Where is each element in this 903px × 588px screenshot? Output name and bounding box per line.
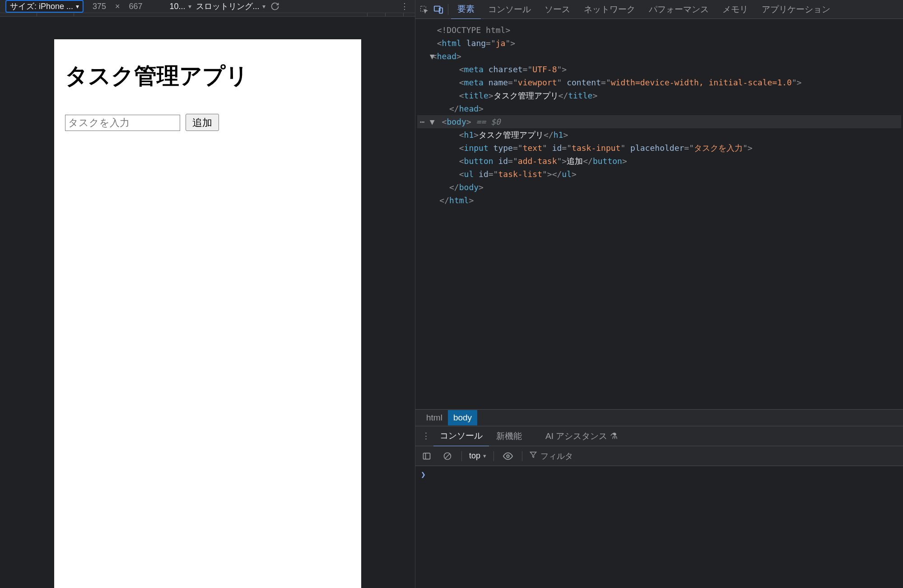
drawer-tabs: ⋮ コンソール 新機能 AI アシスタンス ⚗ bbox=[415, 426, 903, 446]
throttling-select[interactable]: スロットリング... bbox=[196, 1, 265, 12]
crumb-body[interactable]: body bbox=[448, 410, 477, 425]
device-mode-icon[interactable] bbox=[432, 3, 445, 16]
tab-console[interactable]: コンソール bbox=[482, 0, 537, 19]
tab-memory[interactable]: メモリ bbox=[716, 0, 754, 19]
live-expression-icon[interactable] bbox=[501, 449, 515, 463]
zoom-label: 10... bbox=[170, 2, 186, 11]
dim-x: × bbox=[115, 2, 120, 11]
ruler-bar bbox=[0, 13, 415, 17]
tree-doctype[interactable]: <!DOCTYPE html> bbox=[417, 23, 901, 37]
app-title: タスク管理アプリ bbox=[65, 61, 350, 91]
tab-elements[interactable]: 要素 bbox=[451, 0, 481, 19]
elements-tree[interactable]: <!DOCTYPE html> <html lang="ja"> ▼ <head… bbox=[415, 19, 903, 409]
console-body[interactable]: ❯ bbox=[415, 466, 903, 588]
svg-line-6 bbox=[445, 454, 450, 458]
drawer-tab-whatsnew[interactable]: 新機能 bbox=[490, 426, 528, 446]
drawer-more-icon[interactable]: ⋮ bbox=[419, 429, 433, 443]
inspect-icon[interactable] bbox=[417, 3, 431, 16]
tree-button[interactable]: <button id="add-task">追加</button> bbox=[417, 154, 901, 168]
tree-meta-charset[interactable]: <meta charset="UTF-8"> bbox=[417, 63, 901, 76]
console-drawer: ⋮ コンソール 新機能 AI アシスタンス ⚗ top bbox=[415, 426, 903, 588]
svg-point-7 bbox=[507, 455, 509, 457]
device-preview-panel: サイズ: iPhone ... 375 × 667 10... スロットリング.… bbox=[0, 0, 415, 588]
context-label: top bbox=[469, 451, 480, 461]
devtools-panel: 要素 コンソール ソース ネットワーク パフォーマンス メモリ アプリケーション… bbox=[415, 0, 903, 588]
tree-title[interactable]: <title>タスク管理アプリ</title> bbox=[417, 89, 901, 102]
tree-body-open[interactable]: ⋯ ▼ <body> == $0 bbox=[417, 115, 901, 128]
clear-console-icon[interactable] bbox=[441, 449, 454, 463]
context-select[interactable]: top bbox=[469, 451, 486, 461]
devtools-tabs: 要素 コンソール ソース ネットワーク パフォーマンス メモリ アプリケーション bbox=[415, 0, 903, 19]
device-select[interactable]: サイズ: iPhone ... bbox=[5, 0, 84, 13]
throttling-label: スロットリング... bbox=[196, 1, 260, 12]
device-select-label: サイズ: iPhone ... bbox=[10, 1, 73, 12]
width-input[interactable]: 375 bbox=[88, 2, 111, 11]
tree-h1[interactable]: <h1>タスク管理アプリ</h1> bbox=[417, 128, 901, 141]
console-prompt: ❯ bbox=[421, 470, 426, 479]
sidebar-toggle-icon[interactable] bbox=[420, 449, 433, 463]
device-frame: タスク管理アプリ 追加 bbox=[54, 39, 361, 588]
drawer-tab-ai[interactable]: AI アシスタンス ⚗ bbox=[539, 426, 624, 446]
drawer-toolbar: top フィルタ bbox=[415, 446, 903, 466]
svg-marker-8 bbox=[530, 452, 536, 457]
elements-breadcrumb: html body bbox=[415, 409, 903, 426]
tree-meta-viewport[interactable]: <meta name="viewport" content="width=dev… bbox=[417, 76, 901, 89]
device-toolbar: サイズ: iPhone ... 375 × 667 10... スロットリング.… bbox=[0, 0, 415, 13]
tab-performance[interactable]: パフォーマンス bbox=[642, 0, 715, 19]
tab-application[interactable]: アプリケーション bbox=[755, 0, 837, 19]
tree-html[interactable]: <html lang="ja"> bbox=[417, 37, 901, 50]
crumb-html[interactable]: html bbox=[421, 410, 448, 425]
drawer-tab-console[interactable]: コンソール bbox=[433, 426, 489, 447]
preview-area: タスク管理アプリ 追加 bbox=[0, 17, 415, 588]
zoom-select[interactable]: 10... bbox=[170, 2, 191, 11]
tree-head-close[interactable]: </head> bbox=[417, 102, 901, 115]
more-icon[interactable]: ⋮ bbox=[400, 1, 410, 11]
tree-body-close[interactable]: </body> bbox=[417, 181, 901, 194]
filter-input[interactable]: フィルタ bbox=[530, 451, 573, 462]
tab-sources[interactable]: ソース bbox=[538, 0, 577, 19]
tab-network[interactable]: ネットワーク bbox=[577, 0, 642, 19]
filter-icon bbox=[530, 451, 537, 461]
task-input[interactable] bbox=[65, 115, 180, 131]
add-task-button[interactable]: 追加 bbox=[186, 114, 219, 131]
svg-rect-3 bbox=[424, 453, 430, 459]
tree-input[interactable]: <input type="text" id="task-input" place… bbox=[417, 141, 901, 154]
tree-head-open[interactable]: ▼ <head> bbox=[417, 50, 901, 63]
rotate-icon[interactable] bbox=[270, 1, 280, 11]
height-input[interactable]: 667 bbox=[125, 2, 147, 11]
filter-placeholder: フィルタ bbox=[540, 451, 573, 462]
tree-html-close[interactable]: </html> bbox=[417, 194, 901, 207]
tree-ul[interactable]: <ul id="task-list"></ul> bbox=[417, 168, 901, 181]
